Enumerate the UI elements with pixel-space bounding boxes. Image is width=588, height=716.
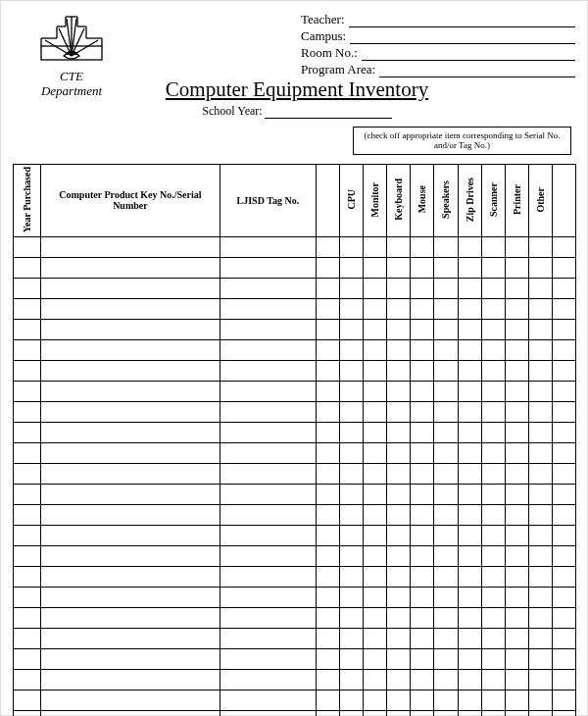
table-cell[interactable] [528, 588, 552, 608]
table-cell[interactable] [505, 402, 528, 423]
table-cell[interactable] [411, 690, 434, 711]
table-cell[interactable] [387, 443, 411, 464]
table-cell[interactable] [364, 299, 387, 320]
table-cell[interactable] [411, 567, 434, 588]
table-cell[interactable] [340, 423, 364, 443]
table-cell[interactable] [41, 629, 220, 649]
table-cell[interactable] [434, 546, 458, 567]
table-cell[interactable] [41, 361, 220, 382]
table-cell[interactable] [387, 546, 411, 567]
table-cell[interactable] [528, 237, 552, 258]
table-cell[interactable] [528, 567, 552, 588]
table-cell[interactable] [505, 320, 528, 340]
table-cell[interactable] [364, 649, 387, 670]
table-cell[interactable] [528, 340, 552, 361]
table-cell[interactable] [41, 237, 220, 258]
table-cell[interactable] [458, 258, 481, 279]
table-cell[interactable] [220, 361, 316, 382]
table-cell[interactable] [411, 237, 434, 258]
table-cell[interactable] [552, 690, 575, 711]
table-cell[interactable] [220, 258, 316, 279]
table-cell[interactable] [14, 320, 41, 340]
table-cell[interactable] [387, 279, 411, 299]
table-cell[interactable] [364, 237, 387, 258]
table-cell[interactable] [434, 361, 458, 382]
table-cell[interactable] [528, 546, 552, 567]
table-cell[interactable] [434, 402, 458, 423]
table-cell[interactable] [220, 299, 316, 320]
table-cell[interactable] [387, 258, 411, 279]
table-cell[interactable] [434, 237, 458, 258]
table-cell[interactable] [220, 485, 316, 505]
table-cell[interactable] [434, 279, 458, 299]
table-cell[interactable] [552, 320, 575, 340]
table-cell[interactable] [317, 361, 340, 382]
table-cell[interactable] [458, 567, 481, 588]
table-cell[interactable] [481, 608, 505, 629]
table-cell[interactable] [434, 629, 458, 649]
table-cell[interactable] [317, 464, 340, 485]
table-cell[interactable] [220, 649, 316, 670]
table-cell[interactable] [41, 464, 220, 485]
table-cell[interactable] [411, 485, 434, 505]
table-cell[interactable] [220, 443, 316, 464]
table-cell[interactable] [411, 649, 434, 670]
table-cell[interactable] [552, 423, 575, 443]
table-cell[interactable] [481, 567, 505, 588]
table-cell[interactable] [220, 423, 316, 443]
table-cell[interactable] [552, 279, 575, 299]
table-cell[interactable] [505, 546, 528, 567]
table-cell[interactable] [364, 443, 387, 464]
table-cell[interactable] [340, 258, 364, 279]
table-cell[interactable] [458, 464, 481, 485]
table-cell[interactable] [364, 320, 387, 340]
table-cell[interactable] [41, 485, 220, 505]
table-cell[interactable] [505, 670, 528, 690]
table-cell[interactable] [220, 320, 316, 340]
table-cell[interactable] [481, 546, 505, 567]
table-cell[interactable] [481, 237, 505, 258]
table-cell[interactable] [552, 340, 575, 361]
table-cell[interactable] [317, 237, 340, 258]
table-cell[interactable] [340, 402, 364, 423]
table-cell[interactable] [14, 443, 41, 464]
table-cell[interactable] [387, 505, 411, 526]
table-cell[interactable] [434, 670, 458, 690]
table-cell[interactable] [387, 382, 411, 402]
table-cell[interactable] [317, 546, 340, 567]
table-cell[interactable] [387, 485, 411, 505]
table-cell[interactable] [411, 464, 434, 485]
table-cell[interactable] [220, 567, 316, 588]
table-cell[interactable] [481, 505, 505, 526]
table-cell[interactable] [528, 382, 552, 402]
table-cell[interactable] [552, 649, 575, 670]
table-cell[interactable] [14, 711, 41, 716]
table-cell[interactable] [41, 711, 220, 716]
table-cell[interactable] [434, 690, 458, 711]
table-cell[interactable] [458, 546, 481, 567]
table-cell[interactable] [552, 567, 575, 588]
table-cell[interactable] [552, 608, 575, 629]
table-cell[interactable] [41, 423, 220, 443]
table-cell[interactable] [340, 464, 364, 485]
table-cell[interactable] [41, 340, 220, 361]
table-cell[interactable] [411, 588, 434, 608]
table-cell[interactable] [220, 382, 316, 402]
table-cell[interactable] [317, 608, 340, 629]
table-cell[interactable] [528, 320, 552, 340]
table-cell[interactable] [14, 649, 41, 670]
table-cell[interactable] [481, 423, 505, 443]
table-cell[interactable] [411, 340, 434, 361]
table-cell[interactable] [364, 402, 387, 423]
table-cell[interactable] [458, 711, 481, 716]
table-cell[interactable] [387, 320, 411, 340]
table-cell[interactable] [434, 526, 458, 546]
table-cell[interactable] [220, 670, 316, 690]
table-cell[interactable] [317, 526, 340, 546]
table-cell[interactable] [364, 464, 387, 485]
table-cell[interactable] [387, 402, 411, 423]
table-cell[interactable] [41, 526, 220, 546]
table-cell[interactable] [411, 546, 434, 567]
table-cell[interactable] [14, 361, 41, 382]
table-cell[interactable] [411, 423, 434, 443]
